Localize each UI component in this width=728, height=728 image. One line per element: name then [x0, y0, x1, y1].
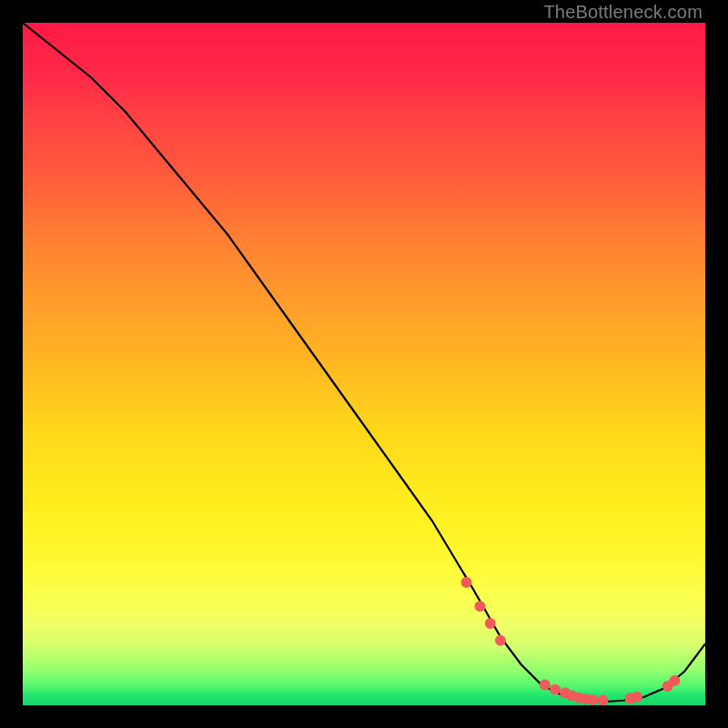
plot-area: [23, 23, 705, 705]
chart-stage: TheBottleneck.com: [0, 0, 728, 728]
data-marker: [632, 692, 642, 703]
curve-layer: [23, 23, 705, 702]
marker-layer: [461, 577, 681, 705]
data-marker: [475, 601, 486, 612]
data-marker: [540, 680, 551, 691]
data-marker: [587, 694, 598, 705]
data-marker: [669, 675, 680, 686]
data-marker: [485, 618, 496, 629]
data-marker: [495, 635, 506, 646]
data-marker: [598, 695, 609, 705]
attribution-text: TheBottleneck.com: [543, 2, 703, 23]
data-marker: [461, 577, 472, 588]
chart-svg: [23, 23, 705, 705]
data-marker: [550, 684, 561, 695]
bottleneck-curve-path: [23, 23, 705, 702]
